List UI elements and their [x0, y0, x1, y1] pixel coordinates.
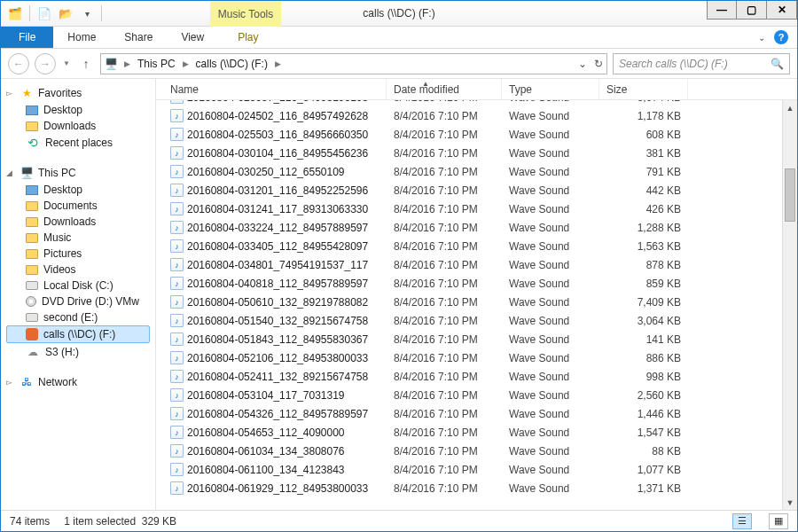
qat-customize-icon[interactable]: ▾ [78, 4, 96, 22]
address-bar[interactable]: 🖥️ ▶ This PC ▶ calls (\\DC) (F:) ▶ ⌄ ↻ [100, 53, 607, 74]
title-bar: 🗂️ 📄 📂 ▾ Music Tools calls (\\DC) (F:) —… [1, 1, 797, 27]
contextual-tab-group: Music Tools [210, 1, 281, 27]
file-type: Wave Sound [502, 371, 599, 383]
folder-icon [26, 265, 38, 275]
search-icon[interactable]: 🔍 [771, 58, 784, 70]
file-row[interactable]: ♪20160804-040818_112_849578895978/4/2016… [156, 274, 797, 293]
search-box[interactable]: Search calls (\\DC) (F:) 🔍 [613, 53, 790, 74]
tree-item-recent[interactable]: ⟲Recent places [6, 134, 155, 152]
scroll-track[interactable] [783, 115, 797, 495]
tab-play[interactable]: Play [223, 27, 272, 48]
address-dropdown-icon[interactable]: ⌄ [578, 58, 587, 70]
file-row[interactable]: ♪20160804-023937_116_849931961038/4/2016… [156, 100, 797, 106]
file-row[interactable]: ♪20160804-054326_112_849578895978/4/2016… [156, 404, 797, 423]
tree-item[interactable]: Documents [6, 198, 155, 214]
chevron-right-icon[interactable]: ▶ [273, 59, 283, 68]
tree-item-desktop[interactable]: Desktop [6, 102, 155, 118]
view-details-button[interactable]: ☰ [732, 513, 752, 529]
file-name: 20160804-051843_112_84955830367 [187, 333, 368, 346]
breadcrumb-current[interactable]: calls (\\DC) (F:) [194, 58, 270, 70]
tree-item[interactable]: Downloads [6, 214, 155, 230]
expand-icon[interactable]: ◢ [6, 168, 15, 177]
minimize-button[interactable]: — [707, 1, 737, 20]
forward-button[interactable]: → [35, 53, 56, 74]
tree-item-label: Documents [43, 200, 98, 212]
up-button[interactable]: ↑ [77, 55, 95, 73]
tree-item[interactable]: DVD Drive (D:) VMw [6, 293, 155, 309]
help-icon[interactable]: ? [774, 30, 788, 44]
folder-icon [26, 217, 38, 227]
tab-view[interactable]: View [167, 27, 218, 48]
tree-item[interactable]: Local Disk (C:) [6, 278, 155, 293]
collapse-icon[interactable]: ▻ [6, 378, 15, 387]
tab-home[interactable]: Home [53, 27, 110, 48]
file-row[interactable]: ♪20160804-033224_112_849578895978/4/2016… [156, 218, 797, 237]
column-header-name[interactable]: Name [163, 79, 387, 99]
file-row[interactable]: ♪20160804-061929_112_849538000338/4/2016… [156, 479, 797, 497]
app-icon[interactable]: 🗂️ [6, 4, 24, 22]
scroll-up-icon[interactable]: ▲ [783, 100, 797, 115]
file-type: Wave Sound [502, 259, 599, 271]
tree-item[interactable]: Music [6, 230, 155, 246]
tree-item-downloads[interactable]: Downloads [6, 118, 155, 134]
properties-icon[interactable]: 📄 [35, 4, 53, 22]
tab-share[interactable]: Share [110, 27, 167, 48]
tab-file[interactable]: File [1, 27, 53, 48]
file-row[interactable]: ♪20160804-030104_116_849554562368/4/2016… [156, 144, 797, 162]
status-selection: 1 item selected 329 KB [64, 515, 176, 528]
tree-item[interactable]: Desktop [6, 182, 155, 198]
network-drive-icon [26, 328, 38, 340]
collapse-icon[interactable]: ▻ [6, 89, 15, 98]
tree-item[interactable]: second (E:) [6, 309, 155, 325]
file-size: 3,064 KB [599, 315, 688, 327]
file-row[interactable]: ♪20160804-053104_117_70313198/4/2016 7:1… [156, 386, 797, 404]
scroll-thumb[interactable] [785, 168, 795, 222]
column-header-date[interactable]: Date modified [387, 79, 502, 99]
close-button[interactable]: ✕ [767, 1, 797, 20]
file-row[interactable]: ♪20160804-054653_112_40900008/4/2016 7:1… [156, 423, 797, 442]
chevron-right-icon[interactable]: ▶ [181, 59, 191, 68]
file-row[interactable]: ♪20160804-052106_112_849538000338/4/2016… [156, 348, 797, 367]
column-headers: ▲ Name Date modified Type Size [156, 79, 797, 100]
file-row[interactable]: ♪20160804-050610_132_892197880828/4/2016… [156, 293, 797, 311]
column-header-type[interactable]: Type [502, 79, 599, 99]
file-row[interactable]: ♪20160804-034801_74954191537_1178/4/2016… [156, 255, 797, 274]
file-size: 1,547 KB [599, 426, 688, 439]
file-date: 8/4/2016 7:10 PM [387, 100, 502, 104]
search-placeholder: Search calls (\\DC) (F:) [619, 58, 728, 70]
tree-item[interactable]: ☁S3 (H:) [6, 343, 155, 361]
file-row[interactable]: ♪20160804-025503_116_849566603508/4/2016… [156, 125, 797, 144]
maximize-button[interactable]: ▢ [737, 1, 767, 20]
file-row[interactable]: ♪20160804-031241_117_893130633308/4/2016… [156, 200, 797, 218]
vertical-scrollbar[interactable]: ▲ ▼ [782, 100, 797, 510]
tree-head-thispc[interactable]: ◢ 🖥️ This PC [6, 164, 155, 182]
tree-item[interactable]: calls (\\DC) (F:) [6, 325, 150, 343]
disc-icon [26, 296, 36, 307]
tree-head-favorites[interactable]: ▻ ★ Favorites [6, 84, 155, 102]
back-button[interactable]: ← [8, 53, 29, 74]
file-row[interactable]: ♪20160804-024502_116_849574926288/4/2016… [156, 106, 797, 125]
open-folder-icon[interactable]: 📂 [57, 4, 74, 22]
file-row[interactable]: ♪20160804-031201_116_849522525968/4/2016… [156, 181, 797, 200]
file-type: Wave Sound [502, 222, 599, 234]
chevron-right-icon[interactable]: ▶ [122, 59, 132, 68]
file-row[interactable]: ♪20160804-033405_112_849554280978/4/2016… [156, 237, 797, 255]
file-row[interactable]: ♪20160804-061034_134_38080768/4/2016 7:1… [156, 442, 797, 460]
file-row[interactable]: ♪20160804-030250_112_65501098/4/2016 7:1… [156, 162, 797, 181]
file-row[interactable]: ♪20160804-051843_112_849558303678/4/2016… [156, 330, 797, 348]
tree-item[interactable]: Pictures [6, 246, 155, 262]
file-row[interactable]: ♪20160804-052411_132_892156747588/4/2016… [156, 367, 797, 386]
view-thumbnails-button[interactable]: ▦ [769, 513, 788, 529]
history-dropdown-icon[interactable]: ▼ [61, 59, 72, 67]
refresh-icon[interactable]: ↻ [594, 58, 603, 70]
tree-item[interactable]: Videos [6, 262, 155, 278]
file-date: 8/4/2016 7:10 PM [387, 203, 502, 215]
tree-item-label: Downloads [43, 215, 96, 228]
file-row[interactable]: ♪20160804-061100_134_41238438/4/2016 7:1… [156, 460, 797, 479]
tree-head-network[interactable]: ▻ 🖧 Network [6, 373, 155, 391]
breadcrumb-this-pc[interactable]: This PC [136, 58, 177, 70]
file-row[interactable]: ♪20160804-051540_132_892156747588/4/2016… [156, 311, 797, 330]
column-header-size[interactable]: Size [599, 79, 688, 99]
expand-ribbon-icon[interactable]: ⌄ [758, 33, 765, 43]
scroll-down-icon[interactable]: ▼ [783, 495, 797, 510]
